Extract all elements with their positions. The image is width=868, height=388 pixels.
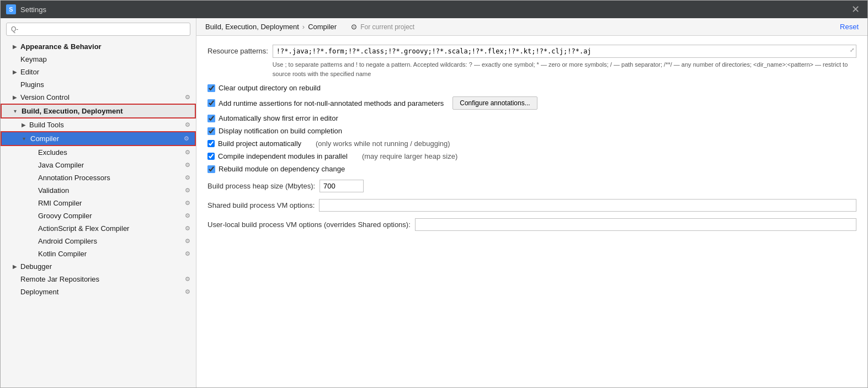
- sidebar-item-appearance[interactable]: ▶ Appearance & Behavior: [1, 40, 196, 53]
- rebuild-module-checkbox[interactable]: [207, 165, 215, 173]
- clear-output-row: Clear output directory on rebuild: [207, 84, 856, 92]
- sidebar-item-plugins[interactable]: Plugins: [1, 78, 196, 91]
- search-box: [1, 18, 196, 40]
- user-vm-input[interactable]: [415, 218, 856, 231]
- sidebar-item-label: Compiler: [30, 134, 182, 143]
- expand-arrow: ▶: [13, 94, 18, 100]
- sidebar-item-excludes[interactable]: Excludes ⚙: [1, 146, 196, 159]
- sidebar-item-validation[interactable]: Validation ⚙: [1, 184, 196, 197]
- sidebar-item-label: Plugins: [20, 80, 190, 89]
- main-content: Resource patterns: ⤢ Use ; to separate p…: [196, 36, 867, 387]
- sidebar-item-label: Java Compiler: [38, 161, 183, 169]
- settings-icon: ⚙: [185, 276, 190, 283]
- expand-icon[interactable]: ⤢: [850, 47, 854, 53]
- settings-icon: ⚙: [185, 250, 190, 257]
- sidebar-item-label: Validation: [38, 186, 183, 195]
- reset-button[interactable]: Reset: [840, 23, 859, 31]
- add-assertions-row: Add runtime assertions for not-null-anno…: [207, 96, 856, 110]
- settings-icon: ⚙: [185, 94, 190, 101]
- clear-output-checkbox[interactable]: [207, 84, 215, 92]
- settings-icon: ⚙: [185, 187, 190, 194]
- build-auto-checkbox[interactable]: [207, 140, 215, 147]
- sidebar-item-android-compilers[interactable]: Android Compilers ⚙: [1, 235, 196, 247]
- breadcrumb: Build, Execution, Deployment › Compiler …: [205, 23, 414, 31]
- auto-show-error-label: Automatically show first error in editor: [219, 114, 338, 122]
- configure-annotations-button[interactable]: Configure annotations...: [452, 96, 537, 110]
- add-assertions-checkbox[interactable]: [207, 99, 215, 107]
- expand-arrow: ▶: [13, 263, 18, 270]
- sidebar: ▶ Appearance & Behavior Keymap ▶ Editor …: [1, 18, 196, 387]
- sidebar-item-label: Appearance & Behavior: [20, 42, 190, 51]
- compile-parallel-checkbox[interactable]: [207, 153, 215, 160]
- sidebar-item-label: Remote Jar Repositories: [20, 275, 183, 283]
- expand-arrow: ▶: [13, 69, 18, 75]
- for-current-icon: ⊙: [351, 23, 357, 31]
- sidebar-item-deployment[interactable]: Deployment ⚙: [1, 285, 196, 298]
- display-notification-row: Display notification on build completion: [207, 127, 856, 135]
- settings-icon: ⚙: [185, 212, 190, 219]
- resource-patterns-row: Resource patterns: ⤢ Use ; to separate p…: [207, 45, 856, 78]
- sidebar-item-label: Kotlin Compiler: [38, 250, 183, 258]
- heap-size-row: Build process heap size (Mbytes):: [207, 180, 856, 192]
- auto-show-error-checkbox[interactable]: [207, 115, 215, 122]
- breadcrumb-current: Compiler: [308, 23, 337, 31]
- sidebar-item-label: Editor: [20, 68, 190, 76]
- clear-output-label: Clear output directory on rebuild: [219, 84, 321, 92]
- titlebar-left: S Settings: [6, 4, 46, 14]
- settings-icon: ⚙: [185, 121, 190, 128]
- settings-window: S Settings ✕ ▶ Appearance & Behavior Key…: [0, 0, 868, 388]
- resource-label: Resource patterns:: [207, 47, 268, 55]
- expand-arrow: ▾: [14, 108, 19, 114]
- main-panel: Build, Execution, Deployment › Compiler …: [196, 18, 867, 387]
- heap-size-input[interactable]: [319, 180, 364, 192]
- sidebar-item-kotlin-compiler[interactable]: Kotlin Compiler ⚙: [1, 247, 196, 260]
- titlebar: S Settings ✕: [1, 1, 867, 18]
- for-current-label: For current project: [360, 23, 414, 31]
- sidebar-item-label: Build, Execution, Deployment: [22, 107, 189, 115]
- sidebar-item-groovy-compiler[interactable]: Groovy Compiler ⚙: [1, 209, 196, 222]
- settings-icon: ⚙: [185, 288, 190, 295]
- sidebar-item-debugger[interactable]: ▶ Debugger: [1, 260, 196, 273]
- sidebar-item-label: Debugger: [20, 262, 190, 271]
- compile-parallel-label: Compile independent modules in parallel: [218, 152, 348, 160]
- sidebar-item-keymap[interactable]: Keymap: [1, 53, 196, 66]
- sidebar-item-label: Deployment: [20, 288, 183, 296]
- sidebar-item-label: Annotation Processors: [38, 174, 183, 182]
- sidebar-item-label: Excludes: [38, 148, 183, 157]
- user-vm-row: User-local build process VM options (ove…: [207, 218, 856, 231]
- sidebar-item-compiler[interactable]: ▾ Compiler ⚙: [1, 131, 196, 146]
- sidebar-item-actionscript-compiler[interactable]: ActionScript & Flex Compiler ⚙: [1, 222, 196, 235]
- sidebar-item-rmi-compiler[interactable]: RMI Compiler ⚙: [1, 197, 196, 209]
- close-button[interactable]: ✕: [849, 3, 862, 15]
- sidebar-item-annotation-processors[interactable]: Annotation Processors ⚙: [1, 171, 196, 184]
- resource-input-wrap: ⤢ Use ; to separate patterns and ! to ne…: [273, 45, 856, 78]
- settings-icon: ⚙: [185, 200, 190, 207]
- breadcrumb-parent: Build, Execution, Deployment: [205, 23, 299, 31]
- heap-size-label: Build process heap size (Mbytes):: [207, 182, 315, 190]
- sidebar-item-version-control[interactable]: ▶ Version Control ⚙: [1, 91, 196, 104]
- build-auto-label: Build project automatically: [218, 139, 301, 148]
- expand-arrow: ▶: [13, 44, 18, 50]
- display-notification-checkbox[interactable]: [207, 127, 215, 135]
- settings-icon: ⚙: [184, 135, 189, 142]
- search-input[interactable]: [6, 23, 190, 36]
- build-auto-row: Build project automatically (only works …: [207, 139, 856, 148]
- sidebar-item-label: Version Control: [20, 93, 183, 101]
- sidebar-item-java-compiler[interactable]: Java Compiler ⚙: [1, 159, 196, 171]
- display-notification-label: Display notification on build completion: [219, 127, 342, 135]
- resource-patterns-input[interactable]: [273, 45, 856, 58]
- sidebar-item-label: Keymap: [20, 55, 190, 63]
- build-auto-note: (only works while not running / debuggin…: [316, 139, 450, 148]
- sidebar-item-label: RMI Compiler: [38, 199, 183, 207]
- sidebar-item-remote-jar[interactable]: Remote Jar Repositories ⚙: [1, 273, 196, 285]
- sidebar-item-editor[interactable]: ▶ Editor: [1, 66, 196, 78]
- shared-vm-input[interactable]: [319, 199, 856, 212]
- sidebar-item-label: Android Compilers: [38, 237, 183, 245]
- compile-parallel-note: (may require larger heap size): [362, 152, 457, 160]
- sidebar-item-build-exec[interactable]: ▾ Build, Execution, Deployment: [1, 104, 196, 118]
- expand-arrow: ▾: [23, 136, 28, 142]
- sidebar-item-label: ActionScript & Flex Compiler: [38, 224, 183, 233]
- content-area: ▶ Appearance & Behavior Keymap ▶ Editor …: [1, 18, 867, 387]
- settings-icon: ⚙: [185, 149, 190, 156]
- sidebar-item-build-tools[interactable]: ▶ Build Tools ⚙: [1, 118, 196, 131]
